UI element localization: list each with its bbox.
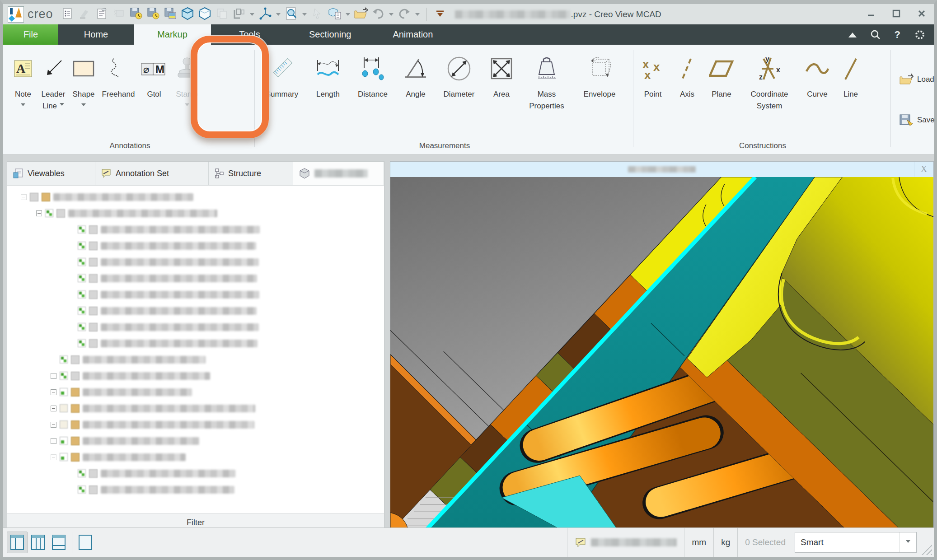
mass-units[interactable]: kg [713, 528, 737, 557]
tree-row[interactable] [7, 303, 384, 319]
viewport-title-bar[interactable]: X [390, 162, 933, 177]
tree-row[interactable] [7, 238, 384, 254]
close-button[interactable] [915, 7, 928, 20]
tree-row[interactable] [7, 351, 384, 368]
tree-row[interactable] [7, 189, 384, 205]
zoom-dropdown-icon[interactable] [302, 13, 307, 18]
visibility-checkbox[interactable] [78, 307, 86, 315]
tree-row[interactable] [7, 416, 384, 433]
open-folder-button[interactable] [353, 7, 369, 22]
tab-animation[interactable]: Animation [372, 24, 454, 45]
tree-row[interactable] [7, 449, 384, 465]
layout-two-vertical-button[interactable] [28, 532, 48, 553]
tab-home[interactable]: Home [58, 24, 134, 45]
tree-row[interactable] [7, 368, 384, 384]
tree-row[interactable] [7, 286, 384, 303]
tree-expander[interactable] [51, 373, 56, 379]
tree-expander[interactable] [21, 194, 27, 200]
visibility-checkbox[interactable] [78, 323, 86, 331]
component-dropdown-icon[interactable] [346, 13, 350, 18]
visibility-checkbox[interactable] [78, 225, 86, 233]
maximize-button[interactable] [890, 7, 903, 20]
tree-row[interactable] [7, 205, 384, 221]
tree-expander[interactable] [51, 406, 56, 411]
visibility-checkbox[interactable] [60, 388, 68, 396]
visibility-checkbox[interactable] [78, 485, 86, 494]
help-icon[interactable]: ? [895, 29, 900, 41]
save-markups-button[interactable] [128, 7, 144, 22]
tree-expander[interactable] [51, 389, 56, 395]
save-annotation-set-button[interactable] [145, 7, 161, 22]
redo-dropdown-icon[interactable] [415, 13, 420, 18]
point-button[interactable]: xxx Point [638, 51, 667, 101]
tree-expander[interactable] [51, 422, 56, 428]
tree-row[interactable] [7, 270, 384, 286]
tree-expander[interactable] [51, 454, 56, 460]
distance-button[interactable]: Distance [353, 51, 393, 101]
tree-expander[interactable] [51, 438, 56, 444]
structure-tree[interactable] [7, 185, 384, 514]
tree-row[interactable] [7, 400, 384, 416]
tab-model-redacted[interactable] [293, 162, 384, 185]
layout-single-button[interactable] [75, 532, 96, 553]
note-button[interactable]: A Note [9, 51, 37, 109]
combo-dropdown-icon[interactable] [900, 532, 916, 552]
window-layout-dropdown-icon[interactable] [250, 13, 254, 18]
tree-row[interactable] [7, 384, 384, 400]
plane-button[interactable]: Plane [707, 51, 736, 101]
line-button[interactable]: Line [839, 51, 862, 101]
search-icon[interactable] [870, 29, 881, 40]
active-annotation-set[interactable] [567, 528, 684, 557]
model-shaded-button[interactable] [180, 7, 195, 22]
tree-expander[interactable] [36, 210, 42, 216]
orientation-button[interactable] [258, 7, 273, 22]
leader-line-button[interactable]: Leader Line [38, 51, 68, 112]
visibility-checkbox[interactable] [60, 437, 68, 445]
3d-model-view[interactable] [390, 177, 933, 531]
load-button[interactable]: Load [895, 71, 937, 88]
viewable-list-button[interactable] [60, 7, 75, 22]
visibility-checkbox[interactable] [78, 242, 86, 250]
visibility-checkbox[interactable] [60, 355, 68, 364]
tab-annotation-set[interactable]: Annotation Set [95, 162, 209, 185]
curve-button[interactable]: Curve [803, 51, 832, 101]
diameter-button[interactable]: Diameter [439, 51, 479, 101]
area-button[interactable]: Area [487, 51, 515, 101]
envelope-button[interactable]: Envelope [578, 51, 621, 101]
tab-structure[interactable]: Structure [209, 162, 293, 185]
collapse-ribbon-icon[interactable] [848, 28, 857, 37]
tree-row[interactable] [7, 254, 384, 270]
gtol-button[interactable]: ⌀M Gtol [139, 51, 169, 101]
shape-button[interactable]: Shape [69, 51, 98, 109]
angle-button[interactable]: Angle [401, 51, 431, 101]
markup-filter-button[interactable] [432, 7, 448, 22]
tree-row[interactable] [7, 465, 384, 481]
tree-row[interactable] [7, 481, 384, 498]
tab-sectioning[interactable]: Sectioning [288, 24, 372, 45]
visibility-checkbox[interactable] [78, 290, 86, 299]
viewport-close-icon[interactable]: X [914, 162, 933, 177]
save-image-button[interactable] [163, 7, 178, 22]
layout-two-horizontal-button[interactable] [48, 532, 69, 553]
undo-dropdown-icon[interactable] [389, 13, 394, 18]
visibility-checkbox[interactable] [78, 274, 86, 282]
3d-scene[interactable] [390, 177, 933, 531]
window-layout-button[interactable] [231, 7, 247, 22]
minimize-button[interactable] [864, 7, 878, 20]
length-units[interactable]: mm [684, 528, 713, 557]
visibility-checkbox[interactable] [45, 209, 53, 217]
annotation-list-button[interactable] [94, 7, 109, 22]
tab-file[interactable]: File [3, 24, 58, 45]
visibility-checkbox[interactable] [78, 258, 86, 266]
visibility-checkbox[interactable] [60, 372, 68, 380]
freehand-button[interactable]: Freehand [99, 51, 138, 101]
tree-row[interactable] [7, 433, 384, 449]
model-wireframe-button[interactable] [197, 7, 212, 22]
tree-row[interactable] [7, 221, 384, 238]
visibility-checkbox[interactable] [60, 404, 68, 412]
visibility-checkbox[interactable] [78, 339, 86, 347]
tab-viewables[interactable]: Viewables [7, 162, 95, 185]
visibility-checkbox[interactable] [60, 420, 68, 429]
tree-row[interactable] [7, 319, 384, 335]
visibility-checkbox[interactable] [60, 453, 68, 461]
